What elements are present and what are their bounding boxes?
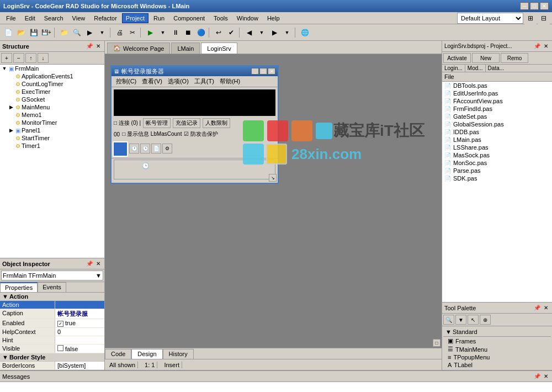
tree-item-exectimer[interactable]: ⚙ ExecTimer (0, 88, 104, 96)
tab-code[interactable]: Code (105, 349, 131, 359)
menu-search[interactable]: Search (40, 13, 67, 23)
tb-btn8[interactable]: ✔ (225, 27, 237, 39)
tree-item-appevents[interactable]: ⚙ ApplicationEvents1 (0, 72, 104, 80)
tree-item-memo1[interactable]: ⚙ Memo1 (0, 111, 104, 119)
nav-forward-dropdown[interactable]: ▼ (281, 27, 293, 39)
tool-group-standard-header[interactable]: ▼ Standard (443, 327, 551, 337)
maximize-button[interactable]: □ (530, 2, 539, 10)
save-btn[interactable]: 💾 (28, 27, 40, 39)
tab-welcome-page[interactable]: 🏠 Welcome Page (107, 43, 170, 54)
project-close-icon[interactable]: ✕ (542, 43, 550, 50)
file-globalsession[interactable]: 📄 GlobalSession.pas (442, 120, 552, 128)
prop-row-action[interactable]: Action (0, 301, 104, 309)
tree-item-countlog[interactable]: ⚙ CountLogTimer (0, 80, 104, 88)
menu-refactor[interactable]: Refactor (90, 13, 121, 23)
save-all-btn[interactable]: 💾+ (40, 27, 52, 39)
file-frmfindid[interactable]: 📄 FrmFindId.pas (442, 105, 552, 113)
project-subtab-data[interactable]: Data... (486, 65, 506, 72)
form-maximize-btn[interactable]: □ (259, 68, 267, 75)
file-parse[interactable]: 📄 Parse.pas (442, 167, 552, 174)
form-btn-limit[interactable]: 人数限制 (203, 118, 230, 128)
run-btn[interactable]: ▶ (144, 27, 156, 39)
form-menu-options[interactable]: 选项(O) (166, 77, 191, 86)
prop-row-hint[interactable]: Hint (0, 336, 104, 345)
stop-btn[interactable]: ⏹ (182, 27, 194, 39)
tool-item-tpopupmenu[interactable]: ≡ TPopupMenu (443, 353, 551, 361)
tree-item-panel1[interactable]: ▶ ▣ Panel1 (0, 126, 104, 134)
prop-row-visible[interactable]: Visible false (0, 345, 104, 353)
tree-item-timer1[interactable]: ⚙ Timer1 (0, 142, 104, 150)
tab-history[interactable]: History (163, 349, 194, 359)
tb-btn6[interactable]: 🔵 (195, 27, 207, 39)
layout-btn1[interactable]: ⊞ (524, 12, 537, 24)
tb-btn4[interactable]: ▼ (96, 27, 108, 39)
tool-palette-cursor-btn[interactable]: ↖ (468, 315, 479, 325)
tb-btn5[interactable]: ✂ (126, 27, 139, 39)
prop-row-caption[interactable]: Caption 帐号登录服 (0, 309, 104, 319)
tool-palette-close-icon[interactable]: ✕ (542, 304, 550, 312)
object-combo[interactable]: FrmMain TFrmMain ▼ (1, 271, 103, 280)
file-lmain[interactable]: 📄 LMain.pas (442, 136, 552, 144)
file-lsshare[interactable]: 📄 LSShare.pas (442, 144, 552, 151)
struct-down-btn[interactable]: ↓ (38, 53, 49, 63)
tree-item-frmmain[interactable]: ▼ ▣ FrmMain (0, 65, 104, 72)
file-dbtools[interactable]: 📄 DBTools.pas (442, 82, 552, 89)
layout-dropdown[interactable]: Default Layout (457, 13, 523, 24)
tree-item-starttimer[interactable]: ⚙ StartTimer (0, 134, 104, 142)
form-tb-gear[interactable]: ⚙ (162, 144, 172, 153)
file-massock[interactable]: 📄 MasSock.pas (442, 151, 552, 159)
close-button[interactable]: ✕ (540, 2, 549, 10)
form-menu-tools[interactable]: 工具(T) (192, 77, 216, 86)
tool-item-tlabel[interactable]: A TLabel (443, 361, 551, 369)
tab-loginsrv[interactable]: LoginSrv (201, 43, 237, 54)
browse-btn[interactable]: 🌐 (299, 27, 311, 39)
tool-item-tmainmenu[interactable]: ☰ TMainMenu (443, 345, 551, 353)
nav-forward[interactable]: ▶ (268, 27, 280, 39)
menu-component[interactable]: Component (169, 13, 209, 23)
file-gateset[interactable]: 📄 GateSet.pas (442, 113, 552, 120)
file-faccountview[interactable]: 📄 FAccountView.pas (442, 97, 552, 105)
project-subtab-login[interactable]: Login... (442, 65, 465, 72)
struct-del-btn[interactable]: − (13, 53, 24, 63)
file-edituserinfo[interactable]: 📄 EditUserInfo.pas (442, 89, 552, 97)
print-btn[interactable]: 🖨 (114, 27, 126, 39)
form-btn-account[interactable]: 帐号管理 (143, 118, 171, 128)
form-tb-clock1[interactable]: 🕐 (129, 144, 139, 153)
project-subtab-mod[interactable]: Mod... (465, 65, 486, 72)
tab-design[interactable]: Design (131, 349, 162, 359)
structure-close-icon[interactable]: ✕ (94, 43, 102, 50)
activate-button[interactable]: Activate (443, 53, 471, 63)
tool-palette-search-btn[interactable]: 🔍 (443, 315, 454, 325)
prop-row-bordericons[interactable]: BorderIcons [biSystem] (0, 362, 104, 370)
project-pin-icon[interactable]: 📌 (533, 43, 541, 50)
form-menu-view[interactable]: 查看(V) (140, 77, 164, 86)
form-resize-handle[interactable]: ↘ (269, 174, 277, 182)
menu-project[interactable]: Project (122, 13, 148, 23)
tab-lmain[interactable]: LMain (171, 43, 200, 54)
tb-btn2[interactable]: 🔍 (71, 27, 83, 39)
file-monsoc[interactable]: 📄 MonSoc.pas (442, 159, 552, 167)
menu-edit[interactable]: Edit (21, 13, 39, 23)
messages-close-icon[interactable]: ✕ (542, 373, 550, 380)
tool-item-frames[interactable]: ▣ Frames (443, 337, 551, 345)
oi-close-icon[interactable]: ✕ (94, 260, 102, 268)
prop-row-helpcontext[interactable]: HelpContext 0 (0, 328, 104, 336)
menu-file[interactable]: File (2, 13, 20, 23)
form-tb-clock2[interactable]: 🕑 (140, 144, 150, 153)
design-resize-handle[interactable]: □ (433, 339, 440, 347)
form-menu-help[interactable]: 帮助(H) (217, 77, 242, 86)
tool-palette-expand-btn[interactable]: ⊕ (480, 315, 491, 325)
tree-item-monitortimer[interactable]: ⚙ MonitorTimer (0, 119, 104, 126)
form-tb-doc[interactable]: 📄 (151, 144, 161, 153)
nav-back-dropdown[interactable]: ▼ (256, 27, 268, 39)
new-btn[interactable]: 📄 (2, 27, 14, 39)
form-menu-control[interactable]: 控制(C) (114, 77, 139, 86)
struct-new-btn[interactable]: + (1, 53, 12, 63)
tree-item-mainmenu[interactable]: ▶ ⚙ MainMenu (0, 103, 104, 111)
layout-btn2[interactable]: ⊟ (538, 12, 550, 24)
tree-item-gsocket[interactable]: ⚙ GSocket (0, 96, 104, 103)
visible-checkbox[interactable] (57, 345, 63, 351)
file-iddb[interactable]: 📄 IDDB.pas (442, 128, 552, 136)
minimize-button[interactable]: ─ (520, 2, 529, 10)
struct-up-btn[interactable]: ↑ (25, 53, 36, 63)
